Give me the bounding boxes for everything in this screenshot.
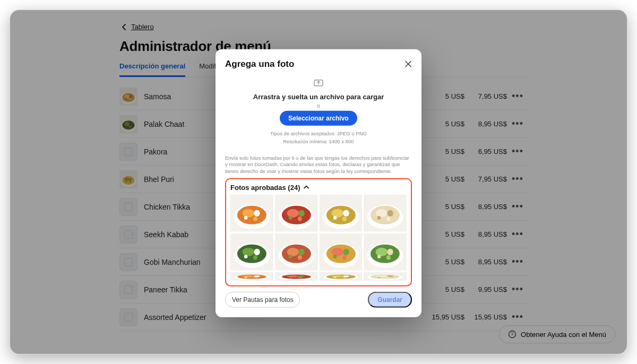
dropzone[interactable]: Arrastra y suelta un archivo para cargar… xyxy=(225,73,412,149)
svg-point-100 xyxy=(342,278,346,279)
svg-point-78 xyxy=(377,255,381,258)
svg-point-36 xyxy=(289,216,292,220)
legal-text: Envía solo fotos tomadas por ti o de las… xyxy=(225,154,412,175)
upload-icon xyxy=(228,78,409,90)
close-icon[interactable] xyxy=(404,60,412,68)
svg-point-85 xyxy=(244,277,247,278)
approved-photo-tile[interactable] xyxy=(320,272,363,281)
svg-point-83 xyxy=(243,275,255,278)
svg-point-58 xyxy=(253,255,257,260)
approved-photos-label: Fotos aprobadas (24) xyxy=(230,184,300,192)
svg-point-77 xyxy=(388,249,393,255)
svg-point-42 xyxy=(343,210,349,216)
svg-point-55 xyxy=(243,248,255,256)
select-file-button[interactable]: Seleccionar archivo xyxy=(280,111,357,126)
svg-point-98 xyxy=(343,276,349,278)
svg-point-63 xyxy=(298,249,304,255)
approved-photos-toggle[interactable]: Fotos aprobadas (24) xyxy=(230,184,407,192)
svg-point-90 xyxy=(287,275,299,278)
svg-point-48 xyxy=(376,209,388,218)
approved-photo-tile[interactable] xyxy=(275,272,318,281)
svg-point-41 xyxy=(331,209,343,218)
svg-point-106 xyxy=(377,277,381,278)
svg-point-93 xyxy=(298,278,302,279)
svg-point-91 xyxy=(298,276,304,278)
svg-point-35 xyxy=(298,210,304,216)
svg-point-43 xyxy=(333,216,336,220)
approved-photo-tile[interactable] xyxy=(320,195,363,232)
svg-point-65 xyxy=(298,255,302,260)
svg-point-29 xyxy=(244,216,247,220)
svg-point-84 xyxy=(254,276,260,278)
add-photo-modal: Agrega una foto Arrastra y suelta un arc… xyxy=(216,49,421,317)
approved-photos-section: Fotos aprobadas (24) xyxy=(225,178,412,287)
svg-point-28 xyxy=(254,210,260,216)
accepted-types: Tipos de archivos aceptados: JPEG o PNG xyxy=(228,130,409,137)
svg-point-34 xyxy=(287,209,299,218)
chevron-up-icon xyxy=(303,184,309,192)
svg-point-62 xyxy=(287,248,299,256)
svg-point-71 xyxy=(333,255,336,258)
save-button[interactable]: Guardar xyxy=(368,291,412,307)
svg-point-104 xyxy=(376,275,388,278)
svg-point-99 xyxy=(333,277,336,278)
svg-point-51 xyxy=(386,216,391,221)
svg-point-57 xyxy=(244,255,247,258)
approved-photo-tile[interactable] xyxy=(230,195,273,232)
or-text: o xyxy=(228,103,409,109)
approved-photo-grid xyxy=(230,195,407,281)
drag-text: Arrastra y suelta un archivo para cargar xyxy=(228,93,409,101)
svg-point-37 xyxy=(298,216,302,221)
approved-photo-tile[interactable] xyxy=(320,233,363,271)
approved-photo-tile[interactable] xyxy=(275,233,318,271)
svg-point-44 xyxy=(342,216,346,221)
min-resolution: Resolución mínima: 1400 x 800 xyxy=(228,138,409,145)
svg-point-97 xyxy=(331,275,343,278)
approved-photo-tile[interactable] xyxy=(364,272,407,281)
svg-point-72 xyxy=(342,255,346,260)
svg-point-69 xyxy=(331,248,343,256)
svg-point-86 xyxy=(253,278,257,279)
svg-point-27 xyxy=(243,209,255,218)
svg-point-56 xyxy=(254,249,260,255)
svg-point-64 xyxy=(289,255,292,258)
approved-photo-tile[interactable] xyxy=(275,195,318,232)
svg-point-105 xyxy=(388,276,393,278)
approved-photo-tile[interactable] xyxy=(364,233,407,271)
svg-point-49 xyxy=(388,210,393,216)
svg-point-30 xyxy=(253,216,257,221)
approved-photo-tile[interactable] xyxy=(364,195,407,232)
svg-point-79 xyxy=(386,255,391,260)
svg-point-50 xyxy=(377,216,381,220)
modal-title: Agrega una foto xyxy=(225,59,294,70)
svg-point-76 xyxy=(376,248,388,256)
guidelines-button[interactable]: Ver Pautas para fotos xyxy=(225,291,300,307)
approved-photo-tile[interactable] xyxy=(230,272,273,281)
svg-point-70 xyxy=(343,249,349,255)
svg-point-107 xyxy=(386,278,391,279)
svg-point-92 xyxy=(289,277,292,278)
approved-photo-tile[interactable] xyxy=(230,233,273,271)
